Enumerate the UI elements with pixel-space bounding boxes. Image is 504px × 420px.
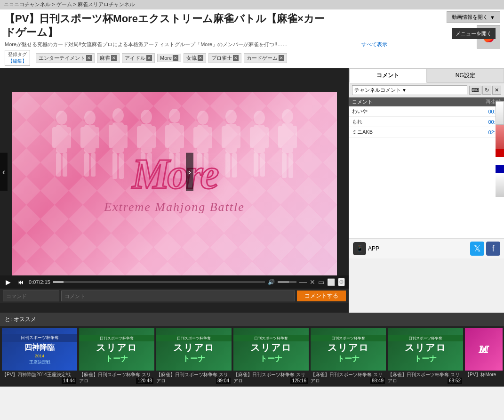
screen-icon[interactable]: ▭ — [318, 278, 324, 286]
tag-icon: ✕ — [111, 55, 117, 61]
video-controls: ▶ ⏮ 0:07/2:15 🔊 — ✕ ▭ ⬜ ⚙ — [0, 275, 349, 289]
breadcrumb-game[interactable]: ゲーム — [56, 1, 72, 7]
svg-rect-48 — [254, 153, 258, 177]
thumb-item-4[interactable]: 日刊スポーツ杯争奪 スリアロ トーナ 125:16 【麻雀】日刊スポーツ杯争奪 … — [233, 328, 309, 385]
rec-header: と: オススメ — [0, 313, 504, 326]
svg-rect-49 — [260, 153, 265, 177]
comment-text-3: ミニAKB — [352, 129, 478, 136]
app-area: 📱 APP — [353, 242, 379, 255]
breadcrumb: ニコニコチャンネル > ゲーム > 麻雀スリアロチャンネル — [0, 0, 504, 9]
tag-text: アイドル — [125, 55, 145, 62]
svg-rect-34 — [193, 127, 200, 148]
facebook-button[interactable]: f — [486, 242, 500, 256]
comment-toolbar: ⌨ ↻ ✕ — [469, 86, 501, 95]
svg-rect-13 — [91, 153, 96, 177]
main-content: ‹ — [0, 68, 504, 313]
svg-point-44 — [254, 111, 265, 125]
svg-rect-4 — [52, 127, 59, 148]
menu-open-button[interactable]: 動画情報を開く ▼ — [447, 11, 500, 23]
svg-point-2 — [56, 111, 67, 125]
svg-rect-23 — [149, 126, 156, 148]
dropdown-arrow-icon: ▼ — [402, 88, 407, 93]
comment-text-2: もれ — [352, 118, 478, 125]
play-button[interactable]: ▶ — [4, 277, 13, 287]
tag-entertainment[interactable]: エンターテイメント ✕ — [36, 53, 95, 63]
thumb-item-7[interactable]: M 【PV】杯More — [465, 328, 503, 385]
keyboard-button[interactable]: ⌨ — [469, 86, 481, 95]
svg-point-20 — [141, 110, 152, 124]
tag-pro[interactable]: プロ雀士 ✕ — [208, 53, 241, 63]
command-input[interactable] — [3, 291, 59, 301]
tag-icon: ✕ — [233, 55, 239, 61]
thumb-item-6[interactable]: 日刊スポーツ杯争奪 スリアロ トーナ 68:52 【麻雀】日刊スポーツ杯争奪 ス… — [388, 328, 463, 385]
tag-women[interactable]: 女流 ✕ — [184, 53, 206, 63]
thumb-item-1[interactable]: 日刊スポーツ杯争奪 四神降臨 2014 王座決定戦 14:44 【PV】四神降臨… — [2, 328, 77, 385]
show-all-link[interactable]: すべて表示 — [361, 41, 387, 48]
thumb-item-2[interactable]: 日刊スポーツ杯争奪 スリアロ トーナ 120:48 【麻雀】日刊スポーツ杯争奪 … — [79, 328, 154, 385]
tag-label-bottom: 【編集】 — [8, 58, 27, 65]
refresh-button[interactable]: ↻ — [482, 86, 491, 95]
progress-bar[interactable] — [53, 281, 265, 283]
breadcrumb-niconico[interactable]: ニコニコチャンネル — [4, 1, 50, 7]
menu-tooltip: メニューを開く — [452, 28, 496, 39]
tag-label-top: 登録タグ — [8, 51, 27, 58]
svg-rect-12 — [84, 153, 89, 177]
comment-text-input[interactable] — [61, 291, 295, 301]
thumb-image-2: 日刊スポーツ杯争奪 スリアロ トーナ — [79, 328, 154, 371]
svg-rect-41 — [234, 126, 240, 148]
svg-rect-52 — [278, 126, 285, 148]
tag-more[interactable]: More ✕ — [157, 54, 181, 62]
svg-rect-7 — [63, 153, 67, 177]
tag-icon: ✕ — [86, 55, 92, 61]
svg-rect-5 — [64, 127, 71, 148]
thumb-item-3[interactable]: 日刊スポーツ杯争奪 スリアロ トーナ 89:04 【麻雀】日刊スポーツ杯争奪 ス… — [156, 328, 232, 385]
volume-slider[interactable] — [278, 281, 296, 283]
svg-point-26 — [169, 109, 180, 123]
tag-idol[interactable]: アイドル ✕ — [122, 53, 155, 63]
channel-label: チャンネルコメント — [354, 87, 401, 94]
thumb-duration-5: 88:49 — [370, 378, 385, 384]
fullscreen-icon[interactable]: ⬜ — [327, 278, 335, 286]
breadcrumb-channel[interactable]: 麻雀スリアロチャンネル — [78, 1, 135, 7]
thumb-image-7: M — [465, 328, 503, 371]
channel-dropdown[interactable]: チャンネルコメント ▼ — [352, 85, 467, 95]
thumb-item-5[interactable]: 日刊スポーツ杯争奪 スリアロ トーナ 88:49 【麻雀】日刊スポーツ杯争奪 ス… — [311, 328, 386, 385]
title-section: 【PV】日刊スポーツ杯Moreエクストリーム麻雀バトル【麻雀×カードゲーム】 M… — [0, 9, 504, 48]
close-icon[interactable]: ✕ — [310, 278, 315, 286]
tag-cardgame[interactable]: カードゲーム ✕ — [244, 53, 287, 63]
comment-submit-button[interactable]: コメントする — [297, 291, 346, 301]
svg-point-38 — [225, 110, 237, 124]
svg-rect-40 — [222, 126, 228, 148]
social-buttons: 𝕏 f — [470, 242, 500, 256]
thumb-title-7: 【PV】杯More — [465, 371, 503, 379]
settings-button[interactable]: ⚙ — [338, 278, 345, 286]
tag-text: カードゲーム — [247, 55, 278, 62]
tab-comment[interactable]: コメント — [349, 68, 427, 83]
header-right-panel: 動画情報を開く ▼ メニューを開く 🍎 — [443, 9, 504, 50]
tag-mahjong[interactable]: 麻雀 ✕ — [97, 53, 120, 63]
thumb-duration-3: 89:04 — [216, 378, 231, 384]
thumb-image-4: 日刊スポーツ杯争奪 スリアロ トーナ — [233, 328, 309, 371]
nav-right-arrow[interactable]: › — [186, 153, 193, 191]
app-icon: 📱 — [353, 242, 366, 255]
channel-comment-bar: チャンネルコメント ▼ ⌨ ↻ ✕ — [349, 83, 504, 97]
svg-rect-6 — [56, 153, 61, 177]
thumb-image-6: 日刊スポーツ杯争奪 スリアロ トーナ — [388, 328, 463, 371]
close-comment-button[interactable]: ✕ — [492, 86, 501, 95]
more-logo: More Extreme Mahjong Battle — [104, 153, 245, 214]
tag-icon: ✕ — [146, 55, 152, 61]
comment-row: ミニAKB 02:10 — [349, 127, 504, 137]
volume-icon: 🔊 — [268, 279, 275, 285]
video-thumbnail[interactable]: More Extreme Mahjong Battle — [12, 92, 337, 275]
nav-left-arrow[interactable]: ‹ — [0, 153, 8, 191]
tag-edit-button[interactable]: 登録タグ 【編集】 — [5, 50, 30, 66]
svg-rect-10 — [80, 127, 87, 148]
tab-ng[interactable]: NG設定 — [427, 68, 504, 83]
time-display: 0:07/2:15 — [29, 279, 50, 285]
svg-rect-29 — [177, 125, 184, 148]
prev-button[interactable]: ⏮ — [16, 277, 26, 287]
current-time: 0:07 — [29, 279, 39, 285]
svg-rect-22 — [137, 126, 144, 148]
tag-text: More — [160, 55, 172, 61]
twitter-button[interactable]: 𝕏 — [470, 242, 484, 256]
